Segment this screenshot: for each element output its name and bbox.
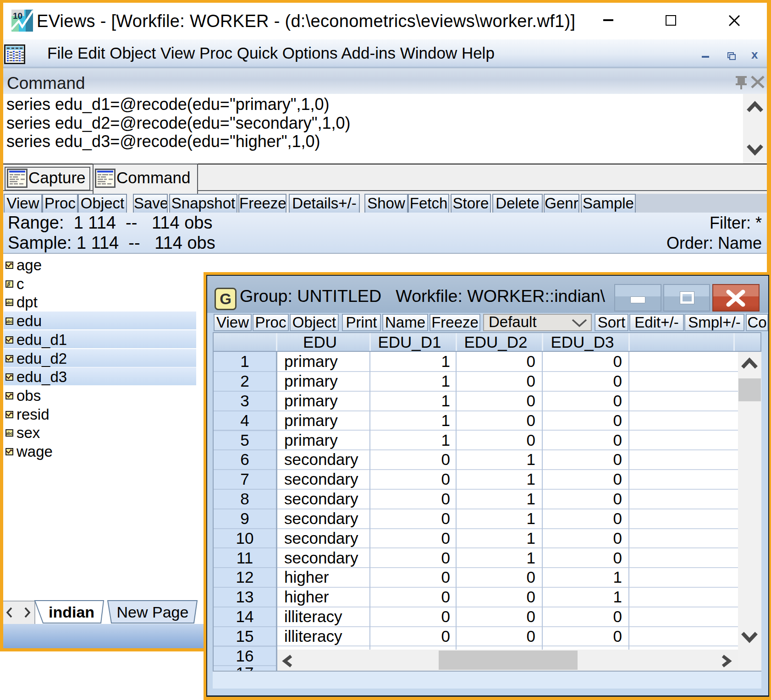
svg-text:10: 10 xyxy=(13,11,22,21)
svg-text:abc: abc xyxy=(6,431,13,436)
svg-text:abc: abc xyxy=(6,319,13,324)
svg-text:abc: abc xyxy=(6,300,13,305)
svg-text:β: β xyxy=(7,281,11,287)
